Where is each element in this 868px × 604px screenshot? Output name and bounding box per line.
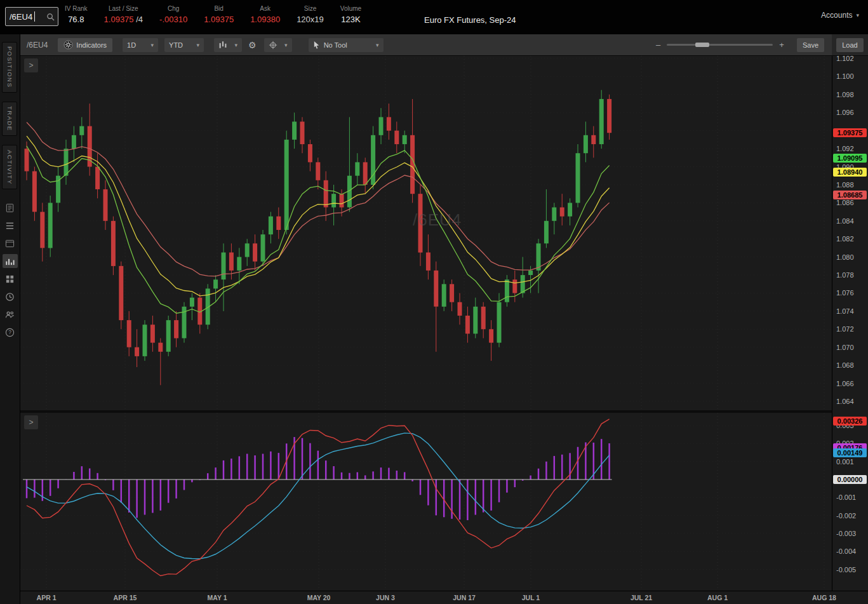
price-badge: 1.08685 (833, 191, 867, 199)
time-axis[interactable]: APR 1APR 15MAY 1MAY 20JUN 3JUN 17JUL 1JU… (20, 591, 868, 604)
macd-axis-label: -0.004 (836, 547, 856, 555)
chart-type-dropdown[interactable]: ▾ (214, 38, 242, 52)
stat-volume: Volume123K (340, 5, 361, 24)
chevron-down-icon: ▾ (151, 42, 154, 48)
price-axis[interactable]: 1.1021.1001.0981.0961.0941.0921.0901.088… (832, 56, 868, 591)
date-label: APR 1 (37, 594, 57, 601)
text-caret (34, 11, 35, 22)
accounts-menu[interactable]: Accounts ▾ (821, 11, 859, 20)
header: IV Rank76.8Last / Size1.09375 /4Chg-.003… (0, 0, 868, 34)
stat-value: 123K (341, 15, 360, 24)
date-label: MAY 1 (208, 594, 227, 601)
price-axis-label: 1.088 (836, 181, 854, 189)
macd-panel[interactable]: > (20, 413, 832, 591)
macd-axis-label: -0.001 (836, 493, 856, 501)
platform-icon[interactable] (3, 236, 18, 250)
grid-icon[interactable] (3, 272, 18, 286)
price-axis-label: 1.072 (836, 325, 854, 333)
price-panel-collapse-button[interactable]: > (24, 58, 38, 72)
range-value: YTD (169, 41, 183, 49)
price-axis-label: 1.066 (836, 380, 854, 387)
price-axis-label: 1.074 (836, 307, 854, 315)
indicators-button[interactable]: Indicators (58, 38, 112, 52)
stat-label: Ask (260, 5, 270, 12)
stat-label: Volume (340, 5, 361, 12)
left-sidebar: POSITIONSTRADEACTIVITY ? (0, 34, 20, 604)
stat-value: 1.09375 /4 (104, 15, 143, 24)
sidebar-icons: ? (0, 201, 20, 339)
indicators-icon (63, 40, 73, 50)
chevron-down-icon: ▾ (235, 42, 238, 48)
stat-label: Size (304, 5, 316, 12)
search-icon (46, 13, 55, 21)
sidebar-tab-positions[interactable]: POSITIONS (2, 42, 17, 93)
zoom-in-button[interactable]: + (779, 40, 784, 50)
date-label: AUG 18 (812, 594, 836, 601)
price-axis-label: 1.078 (836, 271, 854, 279)
stat-value: 120x19 (297, 15, 324, 24)
svg-text:?: ? (8, 329, 11, 335)
price-axis-label: 1.084 (836, 217, 854, 225)
date-label: JUN 3 (376, 594, 395, 601)
price-badge: 1.09095 (833, 154, 867, 163)
stat-label: Last / Size (109, 5, 138, 12)
sidebar-tab-activity[interactable]: ACTIVITY (2, 145, 17, 189)
follow-icon[interactable] (3, 307, 18, 321)
macd-badge: 0.00326 (833, 417, 867, 426)
pointer-icon (313, 41, 320, 49)
macd-axis-label: 0.001 (836, 458, 854, 466)
timeframe-value: 1D (127, 41, 136, 49)
chevron-down-icon: ▾ (197, 42, 200, 48)
stat-last-size: Last / Size1.09375 /4 (104, 5, 143, 24)
timeframe-dropdown[interactable]: 1D ▾ (123, 38, 158, 52)
stat-value: 76.8 (68, 15, 84, 24)
journal-icon[interactable] (3, 201, 18, 215)
zoom-slider-handle[interactable] (695, 43, 709, 47)
macd-axis-label: -0.003 (836, 530, 856, 537)
price-axis-label: 1.092 (836, 145, 854, 152)
header-stats: IV Rank76.8Last / Size1.09375 /4Chg-.003… (65, 5, 361, 24)
date-label: JUN 17 (453, 594, 476, 601)
crosshair-icon (269, 41, 277, 50)
price-axis-label: 1.080 (836, 253, 854, 261)
accounts-label: Accounts (821, 11, 852, 20)
chevron-down-icon: ▾ (856, 12, 859, 18)
price-axis-label: 1.082 (836, 235, 854, 243)
macd-axis-label: -0.005 (836, 566, 856, 574)
instrument-name: Euro FX Futures, Sep-24 (424, 15, 516, 25)
price-chart-panel[interactable]: > /6EU4 (20, 56, 832, 410)
price-axis-label: 1.098 (836, 91, 854, 98)
zoom-out-button[interactable]: – (656, 40, 660, 50)
price-axis-label: 1.102 (836, 55, 854, 62)
tool-dropdown[interactable]: No Tool ▾ (309, 38, 384, 52)
zoom-slider[interactable] (667, 44, 773, 46)
settings-gear-icon[interactable]: ⚙ (248, 40, 257, 50)
stat-iv-rank: IV Rank76.8 (65, 5, 88, 24)
chart-icon[interactable] (3, 254, 18, 268)
sidebar-tab-trade[interactable]: TRADE (2, 102, 17, 136)
crosshair-dropdown[interactable]: ▾ (264, 38, 292, 52)
help-icon[interactable]: ? (3, 325, 18, 339)
candlestick-type-icon (218, 41, 227, 49)
stat-ask: Ask1.09380 (250, 5, 280, 24)
stat-bid: Bid1.09375 (204, 5, 234, 24)
stat-value: 1.09375 (204, 15, 234, 24)
price-axis-label: 1.100 (836, 72, 854, 80)
macd-panel-collapse-button[interactable]: > (24, 415, 38, 429)
chart-symbol-label: /6EU4 (27, 41, 48, 50)
watchlist-icon[interactable] (3, 218, 18, 232)
price-axis-label: 1.096 (836, 109, 854, 116)
date-label: JUL 21 (631, 594, 652, 601)
range-dropdown[interactable]: YTD ▾ (164, 38, 204, 52)
save-button[interactable]: Save (797, 38, 824, 52)
sidebar-tabs: POSITIONSTRADEACTIVITY (0, 34, 20, 189)
load-button[interactable]: Load (836, 38, 863, 52)
history-icon[interactable] (3, 290, 18, 304)
load-area: Load (832, 34, 868, 56)
price-axis-label: 1.070 (836, 344, 854, 351)
chevron-down-icon: ▾ (284, 42, 288, 48)
indicators-label: Indicators (76, 41, 107, 49)
trading-platform: IV Rank76.8Last / Size1.09375 /4Chg-.003… (0, 0, 868, 604)
stat-value: 1.09380 (250, 15, 280, 24)
stat-label: Chg (168, 5, 179, 12)
